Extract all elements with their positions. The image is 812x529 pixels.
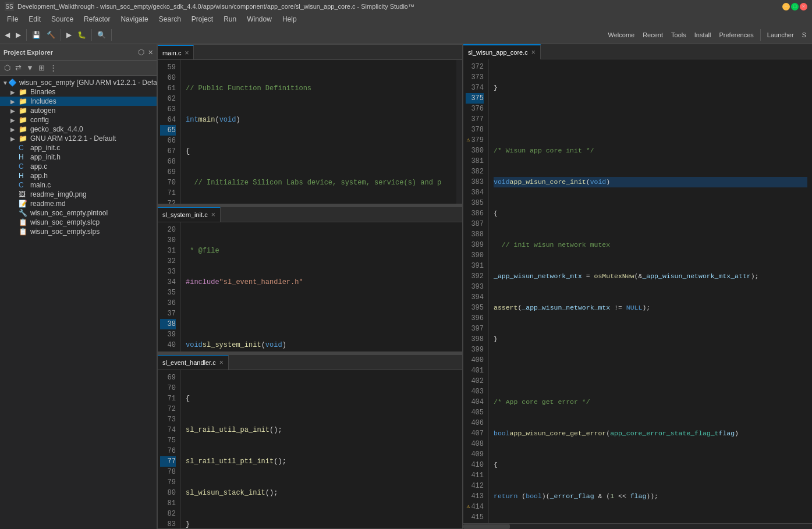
menu-run[interactable]: Run [219,14,241,24]
sidebar-close[interactable]: ✕ [148,47,153,57]
tree-item-readme-md[interactable]: 📝 readme.md [0,199,157,208]
sl-event-handler-tab-bar: sl_event_handler.c × [158,355,462,370]
tree-arrow-autogen: ▶ [10,108,19,114]
new-file-button[interactable]: ⊞ [37,63,47,73]
sl-wisun-app-core-code-lines[interactable]: } /* Wisun app core init */ void app_wis… [489,59,812,523]
menu-project[interactable]: Project [187,14,218,24]
gnu-icon: 📁 [19,134,28,143]
menu-file[interactable]: File [2,14,23,24]
toolbar-recent[interactable]: Recent [639,31,666,38]
right-panel-hscroll[interactable] [463,523,812,529]
autogen-icon: 📁 [19,106,28,115]
tree-label-app-c: app.c [30,162,47,171]
menu-edit[interactable]: Edit [24,14,45,24]
file-icon-app-init-c: C [19,144,28,152]
toolbar-debug[interactable]: 🐛 [75,28,88,42]
tree-item-pintool[interactable]: 🔧 wisun_soc_empty.pintool [0,208,157,218]
tab-sl-wisun-app-core-close[interactable]: × [531,48,536,56]
tree-arrow-gecko: ▶ [10,126,19,133]
file-icon-slps: 📋 [19,228,28,236]
tree-item-main-c[interactable]: C main.c [0,180,157,190]
tab-sl-system-init-close[interactable]: × [211,211,215,219]
tree-item-app-init-c[interactable]: C app_init.c [0,143,157,152]
tree-item-app-c[interactable]: C app.c [0,162,157,171]
menu-navigate[interactable]: Navigate [116,14,153,24]
sidebar-menu-button[interactable]: ⋮ [48,63,59,73]
tree-item-config[interactable]: ▶ 📁 config [0,115,157,125]
tree-label-main-c: main.c [30,181,51,189]
toolbar-build[interactable]: 🔨 [44,28,58,42]
sidebar-toolbar: ⬡ ⇄ ▼ ⊞ ⋮ [0,61,157,76]
main-c-content: 5960616263 6465666768 6970717273 // Publ… [158,60,462,204]
main-c-code: 5960616263 6465666768 6970717273 // Publ… [158,60,462,204]
right-panel-hscroll-thumb[interactable] [463,524,510,529]
tree-item-root[interactable]: ▼ 🔷 wisun_soc_empty [GNU ARM v12.2.1 - D… [0,78,157,87]
toolbar-install[interactable]: Install [691,31,715,38]
tab-sl-system-init[interactable]: sl_system_init.c × [158,207,221,222]
sl-system-init-content: 2030313233 34353637 38 3940 * @file #inc… [158,222,462,352]
toolbar-separator-1 [26,29,27,41]
tree-label-binaries: Binaries [30,88,55,96]
sl-event-handler-code-lines[interactable]: { sl_rail_util_pa_init(); sl_rail_util_p… [181,370,462,528]
toolbar-search-global[interactable]: 🔍 [95,28,108,42]
tab-main-c[interactable]: main.c × [158,45,194,60]
tree-item-slps[interactable]: 📋 wisun_soc_empty.slps [0,227,157,236]
tree-item-app-init-h[interactable]: H app_init.h [0,152,157,162]
sidebar-minimize[interactable]: ⬡ [136,47,146,57]
tree-item-gnu-arm[interactable]: ▶ 📁 GNU ARM v12.2.1 - Default [0,134,157,143]
tree-item-slcp[interactable]: 📋 wisun_soc_empty.slcp [0,218,157,227]
window-controls: − □ × [782,3,807,10]
tree-item-autogen[interactable]: ▶ 📁 autogen [0,106,157,115]
menu-window[interactable]: Window [242,14,276,24]
menu-source[interactable]: Source [47,14,78,24]
sl-system-init-tab-bar: sl_system_init.c × [158,207,462,222]
tab-sl-wisun-app-core[interactable]: sl_wisun_app_core.c × [463,44,541,59]
right-panel: sl_wisun_app_core.c × 372 373 374 375 37… [463,44,812,529]
menu-refactor[interactable]: Refactor [79,14,115,24]
file-icon-pintool: 🔧 [19,209,28,217]
toolbar-separator-3 [91,29,92,41]
tree-item-includes[interactable]: ▶ 📁 Includes [0,97,157,106]
sl-wisun-app-core-content: 372 373 374 375 376 377 378 ⚠379 380 381… [463,59,812,529]
tab-sl-system-init-label: sl_system_init.c [162,211,208,218]
tree-arrow-gnu: ▶ [10,136,19,142]
tab-sl-event-handler[interactable]: sl_event_handler.c × [158,355,229,370]
menu-help[interactable]: Help [278,14,302,24]
tree-item-binaries[interactable]: ▶ 📁 Binaries [0,87,157,97]
link-editor-button[interactable]: ⇄ [13,63,23,73]
tree-item-readme-img[interactable]: 🖼 readme_img0.png [0,190,157,199]
sidebar-title: Project Explorer [3,49,53,56]
toolbar-tools[interactable]: Tools [668,31,690,38]
file-icon-readme-img: 🖼 [19,190,28,198]
menu-search[interactable]: Search [154,14,186,24]
collapse-all-button[interactable]: ⬡ [2,63,12,73]
tree-label-slcp: wisun_soc_empty.slcp [30,218,100,226]
tree-label-app-h: app.h [30,172,48,180]
tab-sl-event-handler-close[interactable]: × [219,358,224,367]
tree-item-app-h[interactable]: H app.h [0,171,157,180]
close-button[interactable]: × [800,3,807,10]
toolbar-S[interactable]: S [799,31,810,38]
maximize-button[interactable]: □ [791,3,799,10]
titlebar: SS Development_Walkthrough - wisun_soc_e… [0,0,812,13]
toolbar-launcher[interactable]: Launcher [764,31,797,38]
minimize-button[interactable]: − [782,3,790,10]
filter-button[interactable]: ▼ [24,63,36,73]
sl-system-init-code-lines[interactable]: * @file #include "sl_event_handler.h" vo… [181,222,462,352]
config-icon: 📁 [19,116,28,124]
toolbar-welcome[interactable]: Welcome [605,31,639,38]
main-c-scrollbar[interactable] [456,60,462,204]
toolbar-forward[interactable]: ▶ [13,28,23,42]
main-c-code-lines[interactable]: // Public Function Definitions int main(… [181,60,462,204]
sl-wisun-app-core-code[interactable]: 372 373 374 375 376 377 378 ⚠379 380 381… [463,59,812,523]
toolbar-save[interactable]: 💾 [30,28,43,42]
toolbar-back[interactable]: ◀ [2,28,12,42]
main-layout: Project Explorer ⬡ ✕ ⬡ ⇄ ▼ ⊞ ⋮ ▼ 🔷 wisun… [0,44,812,529]
toolbar-preferences[interactable]: Preferences [715,31,757,38]
file-icon-app-c: C [19,162,28,171]
title-icon: SS [5,2,14,11]
toolbar-run[interactable]: ▶ [64,28,74,42]
tree-item-gecko-sdk[interactable]: ▶ 📁 gecko_sdk_4.4.0 [0,125,157,134]
tab-main-c-close[interactable]: × [185,49,189,57]
tree-arrow-binaries: ▶ [10,89,19,95]
